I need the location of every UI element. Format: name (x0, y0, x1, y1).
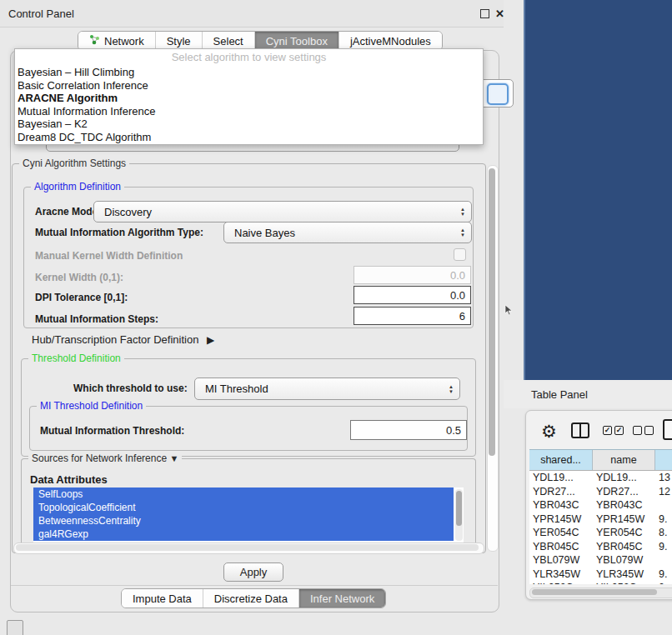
algorithm-option[interactable]: Mutual Information Inference (15, 105, 483, 118)
manual-kernel-label: Manual Kernel Width Definition (35, 250, 183, 262)
table-cell: YBL079W (529, 553, 593, 568)
table-row[interactable]: YLR345WYLR345W9. (529, 568, 672, 582)
settings-horizontal-scrollbar[interactable] (13, 542, 484, 554)
table-horizontal-scrollbar[interactable] (529, 588, 672, 598)
mi-type-combo[interactable]: Naive Bayes ▲▼ (223, 222, 472, 243)
tab-label: Style (167, 35, 191, 48)
table-column-header[interactable]: name (593, 450, 655, 470)
aracne-mode-combo[interactable]: Discovery ▲▼ (93, 201, 472, 222)
attribute-list-item[interactable]: TopologicalCoefficient (33, 501, 454, 514)
attribute-list-item[interactable]: gal4RGexp (33, 528, 454, 541)
attribute-list-item[interactable]: SelfLoops (33, 488, 454, 501)
tab-select[interactable]: Select (203, 32, 255, 50)
hub-definition-section[interactable]: Hub/Transcription Factor Definition ▶ (32, 333, 214, 346)
table-row[interactable]: YDL19...YDL19...13 (529, 471, 672, 485)
table-panel: ⚙ ✓✓ shared...name YDL19...YDL19...13YDR… (525, 410, 672, 600)
table-cell: YBL079W (593, 553, 655, 568)
kernel-width-label: Kernel Width (0,1): (35, 272, 123, 283)
table-cell: YIL052C (529, 581, 593, 584)
mi-threshold-label: Mutual Information Threshold: (40, 425, 184, 437)
attribute-list-item[interactable]: BetweennessCentrality (33, 514, 454, 528)
algorithm-option[interactable]: Bayesian – Hill Climbing (15, 66, 483, 79)
table-row[interactable]: YER054CYER054C8. (529, 526, 672, 540)
table-cell: YLR345W (593, 568, 655, 582)
mi-threshold-field[interactable]: 0.5 (350, 420, 467, 440)
scrollbar-thumb[interactable] (532, 589, 657, 595)
table-cell: YBR045C (529, 540, 593, 554)
table-panel-header: Table Panel (504, 380, 672, 408)
attributes-scrollbar[interactable] (455, 489, 463, 541)
table-cell: YPR145W (529, 512, 593, 527)
which-threshold-combo[interactable]: MI Threshold ▲▼ (194, 378, 460, 400)
mi-steps-field[interactable]: 6 (354, 307, 471, 325)
application-window: Control Panel ✕ NetworkStyleSelectCyni T… (0, 0, 672, 635)
data-attributes-list[interactable]: SelfLoopsTopologicalCoefficientBetweenne… (33, 488, 464, 543)
show-all-columns-icon[interactable]: ✓✓ (603, 426, 624, 435)
dpi-tolerance-field[interactable]: 0.0 (354, 286, 471, 304)
tab-infer-network[interactable]: Infer Network (299, 589, 385, 608)
table-cell: YDL19... (593, 471, 655, 485)
tab-jactivemnodules[interactable]: jActiveMNodules (339, 32, 442, 50)
table-row[interactable]: YBR045CYBR045C9. (529, 540, 672, 554)
hide-all-columns-icon[interactable] (633, 426, 654, 435)
tab-impute-data[interactable]: Impute Data (122, 589, 203, 608)
minimized-panel-icon[interactable] (7, 620, 23, 635)
settings-vertical-scrollbar[interactable] (487, 165, 499, 552)
dpi-tolerance-label: DPI Tolerance [0,1]: (35, 292, 128, 303)
combo-dropdown-button[interactable] (487, 83, 509, 105)
table-cell: YER054C (529, 526, 593, 540)
table-cell: 8. (655, 526, 672, 540)
tab-cyni-toolbox[interactable]: Cyni Toolbox (255, 32, 339, 50)
node-table: shared...name YDL19...YDL19...13YDR27...… (529, 449, 672, 584)
columns-icon[interactable] (571, 422, 589, 438)
tab-style[interactable]: Style (156, 32, 203, 50)
table-column-header[interactable] (655, 450, 672, 470)
network-view-backdrop: GALGAL80GAL10GAL1GAL11SWI4GAL4GCY1HAP4YH… (524, 0, 672, 380)
table-cell: YIL052C (593, 581, 655, 584)
mi-steps-label: Mutual Information Steps: (35, 313, 158, 325)
table-cell: 0. (655, 581, 672, 584)
algorithm-option[interactable]: ARACNE Algorithm (15, 92, 483, 105)
tab-discretize-data[interactable]: Discretize Data (203, 589, 299, 608)
apply-button[interactable]: Apply (223, 562, 283, 582)
table-cell: YDL19... (529, 471, 593, 485)
network-icon (89, 34, 100, 48)
table-row[interactable]: YIL052CYIL052C0. (529, 581, 672, 584)
scrollbar-thumb[interactable] (16, 544, 479, 551)
scrollbar-thumb[interactable] (489, 168, 495, 456)
table-cell: 13 (655, 471, 672, 485)
table-column-header[interactable]: shared... (529, 450, 593, 470)
table-cell: YER054C (593, 526, 655, 540)
which-threshold-label: Which threshold to use: (73, 382, 188, 394)
kernel-width-field[interactable]: 0.0 (354, 266, 471, 284)
tab-network[interactable]: Network (78, 32, 156, 50)
spinner-arrows-icon: ▲▼ (460, 207, 465, 217)
close-panel-icon[interactable]: ✕ (495, 9, 504, 18)
spinner-arrows-icon: ▲▼ (460, 228, 465, 238)
table-row[interactable]: YDR27...YDR27...12 (529, 485, 672, 499)
tab-label: jActiveMNodules (350, 35, 431, 48)
tab-label: Network (104, 35, 144, 48)
collapse-right-icon[interactable]: ▶ (207, 334, 214, 346)
gear-icon[interactable]: ⚙ (541, 422, 557, 440)
table-cell (655, 553, 672, 568)
threshold-definition-title: Threshold Definition (28, 352, 124, 364)
tab-label: Impute Data (133, 592, 192, 605)
table-row[interactable]: YBR043CYBR043C (529, 498, 672, 512)
manual-kernel-checkbox[interactable] (454, 248, 466, 261)
hub-definition-label: Hub/Transcription Factor Definition (32, 333, 198, 346)
table-panel-title: Table Panel (531, 388, 588, 401)
collapse-down-icon[interactable]: ▼ (169, 453, 178, 463)
algorithm-option[interactable]: Bayesian – K2 (15, 118, 483, 131)
algorithm-option[interactable]: Dream8 DC_TDC Algorithm (15, 131, 483, 144)
table-header-row: shared...name (529, 449, 672, 471)
table-row[interactable]: YPR145WYPR145W9. (529, 512, 672, 527)
aracne-mode-label: Aracne Mode: (35, 206, 101, 218)
table-row[interactable]: YBL079WYBL079W (529, 553, 672, 568)
algorithm-option[interactable]: Basic Correlation Inference (15, 79, 483, 92)
tab-label: Discretize Data (214, 592, 288, 605)
float-panel-icon[interactable] (480, 9, 489, 18)
export-table-icon[interactable] (663, 419, 672, 440)
table-cell: 12 (655, 485, 672, 499)
dropdown-placeholder: Select algorithm to view settings (15, 49, 483, 66)
